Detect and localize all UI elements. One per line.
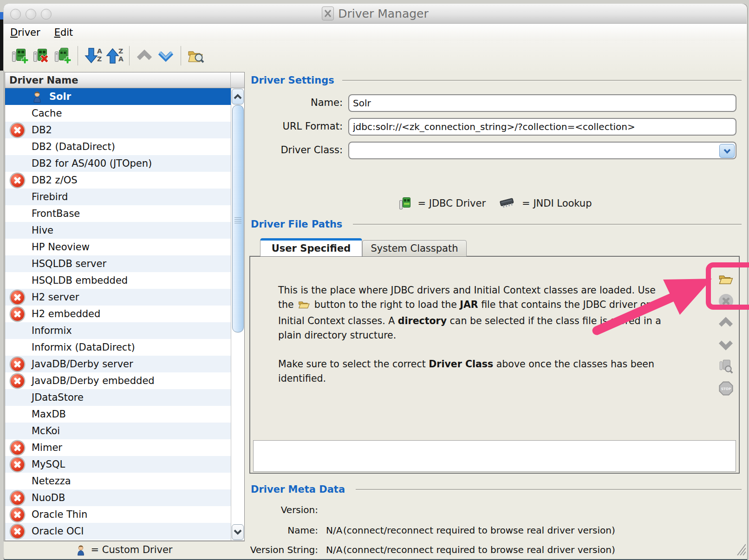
version-string-value: N/A <box>326 544 342 555</box>
driver-row[interactable]: DB2 <box>5 122 231 138</box>
sort-descending-button[interactable]: Z A <box>104 45 125 66</box>
sort-ascending-button[interactable]: A Z <box>82 45 104 66</box>
driver-row[interactable]: H2 server <box>5 289 231 306</box>
menu-edit[interactable]: Edit <box>54 27 73 38</box>
copy-driver-button[interactable] <box>52 45 73 66</box>
driver-name-column-header: Driver Name <box>5 75 78 86</box>
driver-row[interactable]: Informix (DataDirect) <box>5 339 231 356</box>
url-format-input[interactable] <box>348 118 736 136</box>
name-input[interactable] <box>348 94 736 112</box>
url-format-label: URL Format: <box>249 121 343 132</box>
driver-row[interactable]: Solr <box>5 88 231 105</box>
driver-row[interactable]: HP Neoview <box>5 239 231 255</box>
driver-row[interactable]: HSQLDB server <box>5 255 231 272</box>
resize-grip[interactable] <box>736 542 746 555</box>
custom-driver-icon <box>76 544 86 556</box>
driver-row[interactable]: Cache <box>5 105 231 122</box>
driver-row[interactable]: Oracle Thin <box>5 506 231 523</box>
zoom-button[interactable] <box>41 9 52 20</box>
remove-driver-button[interactable] <box>31 45 52 66</box>
toolbar: A Z Z A <box>4 41 747 71</box>
driver-row[interactable]: JDataStore <box>5 389 231 406</box>
name-label: Name: <box>249 97 343 108</box>
missing-driver-icon <box>11 525 24 538</box>
driver-class-input[interactable] <box>348 142 736 159</box>
driver-list-scrollbar[interactable] <box>231 88 244 540</box>
driver-row[interactable]: Netezza <box>5 473 231 489</box>
driver-row[interactable]: Hive <box>5 222 231 239</box>
driver-row[interactable]: Mimer <box>5 439 231 456</box>
stop-button[interactable]: STOP <box>717 380 734 396</box>
move-path-up-button[interactable] <box>717 315 734 331</box>
driver-row[interactable]: H2 embedded <box>5 306 231 322</box>
tab-user-specified[interactable]: User Specified <box>260 238 362 256</box>
driver-name-label: Hive <box>32 225 53 236</box>
svg-text:A: A <box>118 55 124 63</box>
driver-file-paths-title: Driver File Paths <box>251 219 342 230</box>
driver-paths-description: This is the place where JDBC drivers and… <box>278 283 664 400</box>
missing-driver-icon <box>11 291 24 304</box>
driver-row[interactable]: Firebird <box>5 189 231 205</box>
driver-name-label: HP Neoview <box>32 241 90 253</box>
toolbar-separator <box>78 46 78 65</box>
driver-row[interactable]: FrontBase <box>5 205 231 222</box>
missing-driver-icon <box>11 508 24 521</box>
driver-row[interactable]: DB2 for AS/400 (JTOpen) <box>5 155 231 172</box>
scroll-up-button[interactable] <box>232 89 244 104</box>
chevron-up-icon <box>234 94 242 99</box>
driver-manager-screen: Driver Manager DriverEdit <box>0 0 749 560</box>
jdbc-driver-icon <box>399 196 411 210</box>
driver-name-label: McKoi <box>32 425 60 436</box>
driver-row[interactable]: JavaDB/Derby server <box>5 356 231 372</box>
version-string-label: Version String: <box>223 544 318 555</box>
driver-row[interactable]: NuoDB <box>5 489 231 506</box>
move-path-down-button[interactable] <box>717 337 734 352</box>
move-down-button[interactable] <box>155 45 176 66</box>
driver-row[interactable]: DB2 (DataDirect) <box>5 138 231 155</box>
driver-name-label: Firebird <box>32 191 68 202</box>
driver-row[interactable]: Informix <box>5 322 231 339</box>
missing-driver-icon <box>11 358 24 371</box>
driver-row[interactable]: Oracle OCI <box>5 523 231 540</box>
driver-paths-list[interactable] <box>253 440 736 472</box>
driver-name-label: Informix (DataDirect) <box>32 342 135 353</box>
move-up-button[interactable] <box>134 45 155 66</box>
annotation-highlight-box <box>706 262 749 310</box>
driver-list-header[interactable]: Driver Name <box>5 72 244 88</box>
version-label: Version: <box>223 504 318 515</box>
driver-list: SolrCacheDB2DB2 (DataDirect)DB2 for AS/4… <box>5 88 231 540</box>
move-up-icon <box>136 49 153 63</box>
driver-row[interactable]: HSQLDB embedded <box>5 272 231 289</box>
find-driver-class-button[interactable] <box>717 358 734 374</box>
missing-driver-icon <box>11 491 24 505</box>
driver-name-label: Solr <box>49 91 71 102</box>
driver-row[interactable]: MySQL <box>5 456 231 473</box>
scrollbar-thumb[interactable] <box>232 105 244 332</box>
driver-class-dropdown-button[interactable] <box>719 144 735 158</box>
tab-system-classpath[interactable]: System Classpath <box>362 240 467 256</box>
sort-ascending-icon: A Z <box>83 47 103 65</box>
driver-row[interactable]: JavaDB/Derby embedded <box>5 372 231 389</box>
missing-driver-icon <box>11 174 24 187</box>
driver-class-label: Driver Class: <box>249 144 343 156</box>
driver-name-label: Oracle Thin <box>32 509 87 520</box>
driver-name-label: DB2 <box>32 124 52 136</box>
driver-name-label: FrontBase <box>32 208 80 219</box>
driver-name-label: JavaDB/Derby server <box>32 358 133 370</box>
toolbar-separator <box>129 46 130 65</box>
driver-name-label: JavaDB/Derby embedded <box>32 375 155 386</box>
title-bar: Driver Manager <box>4 4 747 24</box>
driver-row[interactable]: McKoi <box>5 423 231 439</box>
new-driver-button[interactable] <box>9 45 31 66</box>
move-path-up-icon <box>718 317 734 329</box>
driver-name-label: Cache <box>32 108 62 119</box>
minimize-button[interactable] <box>26 9 36 20</box>
driver-row[interactable]: MaxDB <box>5 406 231 423</box>
remove-driver-icon <box>33 47 50 64</box>
missing-driver-icon <box>11 124 24 137</box>
meta-name-label: Name: <box>223 525 318 536</box>
driver-row[interactable]: DB2 z/OS <box>5 172 231 189</box>
find-driver-button[interactable] <box>185 45 207 66</box>
menu-driver[interactable]: Driver <box>10 27 40 38</box>
close-button[interactable] <box>10 9 21 20</box>
